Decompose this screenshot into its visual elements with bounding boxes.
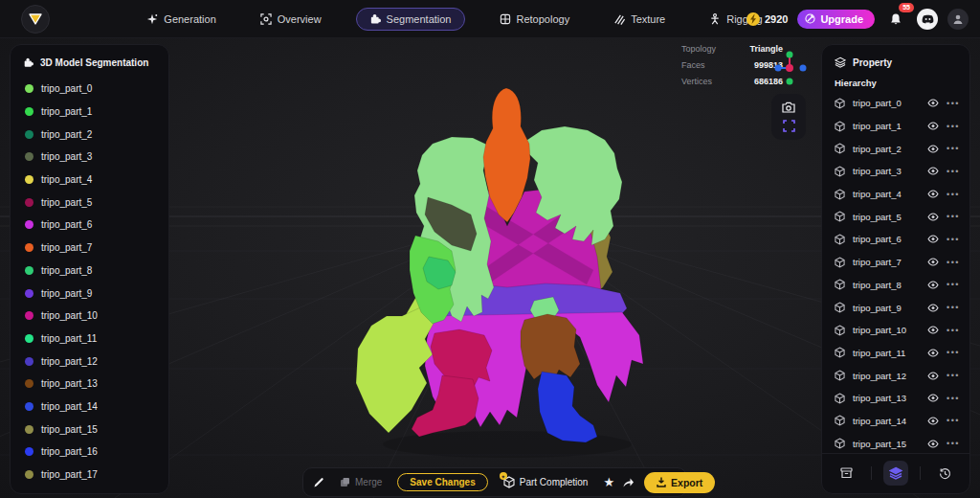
segment-part-item[interactable]: tripo_part_1 bbox=[11, 101, 168, 124]
segment-part-item[interactable]: tripo_part_6 bbox=[11, 214, 168, 237]
nav-generation[interactable]: Generation bbox=[137, 9, 225, 30]
gizmo-axis-x-neg[interactable] bbox=[775, 65, 782, 72]
visibility-eye-icon[interactable] bbox=[927, 235, 939, 243]
hierarchy-item[interactable]: tripo_part_8 ••• bbox=[822, 274, 969, 297]
save-changes-button[interactable]: Save Changes bbox=[397, 473, 487, 491]
hierarchy-item[interactable]: tripo_part_6 ••• bbox=[822, 228, 969, 251]
segment-part-item[interactable]: tripo_part_2 bbox=[11, 123, 168, 146]
hierarchy-item[interactable]: tripo_part_9 ••• bbox=[822, 296, 969, 319]
item-menu-button[interactable]: ••• bbox=[947, 167, 960, 176]
item-menu-button[interactable]: ••• bbox=[947, 212, 960, 221]
item-menu-button[interactable]: ••• bbox=[947, 303, 960, 312]
item-menu-button[interactable]: ••• bbox=[947, 190, 960, 199]
credits-counter[interactable]: 2920 bbox=[746, 12, 788, 26]
nav-segmentation[interactable]: Segmentation bbox=[356, 8, 465, 31]
visibility-eye-icon[interactable] bbox=[927, 190, 939, 198]
favorite-star-button[interactable]: ★ bbox=[603, 476, 614, 488]
item-menu-button[interactable]: ••• bbox=[947, 99, 960, 108]
gizmo-axis-y-pos[interactable] bbox=[787, 52, 793, 58]
hierarchy-item[interactable]: tripo_part_12 ••• bbox=[822, 364, 969, 387]
segment-part-item[interactable]: tripo_part_3 bbox=[11, 146, 168, 169]
visibility-eye-icon[interactable] bbox=[927, 281, 939, 289]
history-button[interactable] bbox=[933, 461, 958, 486]
gizmo-axis-x-pos[interactable] bbox=[800, 65, 807, 72]
visibility-eye-icon[interactable] bbox=[927, 304, 939, 312]
visibility-eye-icon[interactable] bbox=[927, 417, 939, 425]
hierarchy-item[interactable]: tripo_part_10 ••• bbox=[822, 319, 969, 342]
hierarchy-item[interactable]: tripo_part_1 ••• bbox=[822, 115, 969, 138]
discord-button[interactable] bbox=[917, 9, 938, 30]
avatar[interactable] bbox=[947, 9, 969, 30]
item-menu-button[interactable]: ••• bbox=[947, 235, 960, 244]
segment-part-item[interactable]: tripo_part_4 bbox=[11, 169, 168, 192]
visibility-eye-icon[interactable] bbox=[927, 394, 939, 402]
model-part-boot-right[interactable] bbox=[538, 372, 597, 442]
hierarchy-item[interactable]: tripo_part_14 ••• bbox=[822, 410, 969, 433]
item-menu-button[interactable]: ••• bbox=[947, 122, 960, 131]
item-menu-button[interactable]: ••• bbox=[947, 416, 960, 425]
item-menu-button[interactable]: ••• bbox=[947, 371, 960, 380]
edit-brush-button[interactable] bbox=[313, 477, 324, 488]
nav-retopology[interactable]: Retopology bbox=[490, 9, 580, 30]
segment-part-item[interactable]: tripo_part_15 bbox=[11, 418, 168, 441]
segment-part-item[interactable]: tripo_part_10 bbox=[11, 305, 168, 328]
assets-archive-button[interactable] bbox=[834, 461, 858, 486]
hierarchy-item[interactable]: tripo_part_5 ••• bbox=[822, 205, 969, 228]
part-completion-button[interactable]: ✦ Part Completion bbox=[503, 476, 589, 488]
hierarchy-item[interactable]: tripo_part_7 ••• bbox=[822, 251, 969, 274]
focus-selection-icon[interactable] bbox=[783, 120, 795, 132]
segment-part-item[interactable]: tripo_part_8 bbox=[11, 260, 168, 283]
item-menu-button[interactable]: ••• bbox=[947, 439, 960, 448]
item-menu-button[interactable]: ••• bbox=[947, 326, 960, 335]
segment-part-item[interactable]: tripo_part_14 bbox=[11, 396, 168, 419]
segment-part-item[interactable]: tripo_part_11 bbox=[11, 328, 168, 351]
segment-part-item[interactable]: tripo_part_7 bbox=[11, 237, 168, 260]
app-logo[interactable] bbox=[21, 5, 50, 34]
visibility-eye-icon[interactable] bbox=[927, 122, 939, 130]
hierarchy-item[interactable]: tripo_part_0 ••• bbox=[822, 92, 969, 115]
segment-part-item[interactable]: tripo_part_17 bbox=[11, 464, 168, 487]
export-button[interactable]: Export bbox=[644, 472, 715, 493]
nav-overview[interactable]: Overview bbox=[251, 9, 331, 30]
visibility-eye-icon[interactable] bbox=[927, 440, 939, 448]
merge-button[interactable]: Merge bbox=[340, 477, 382, 487]
hierarchy-item[interactable]: tripo_part_15 ••• bbox=[822, 432, 969, 452]
segment-part-item[interactable]: tripo_part_0 bbox=[11, 78, 168, 101]
layers-view-button[interactable] bbox=[883, 461, 908, 486]
hierarchy-item[interactable]: tripo_part_3 ••• bbox=[822, 160, 969, 183]
gizmo-center[interactable] bbox=[786, 64, 793, 72]
item-menu-button[interactable]: ••• bbox=[947, 394, 960, 403]
part-label: tripo_part_12 bbox=[41, 356, 98, 367]
orientation-gizmo[interactable] bbox=[771, 42, 808, 88]
visibility-eye-icon[interactable] bbox=[927, 99, 939, 107]
share-button[interactable] bbox=[622, 477, 635, 487]
notifications-button[interactable]: 55 bbox=[884, 8, 907, 31]
hierarchy-item[interactable]: tripo_part_2 ••• bbox=[822, 137, 969, 160]
model-part-axe-head[interactable] bbox=[356, 305, 435, 433]
visibility-eye-icon[interactable] bbox=[927, 258, 939, 266]
visibility-eye-icon[interactable] bbox=[927, 349, 939, 357]
part-color-dot bbox=[25, 152, 33, 161]
nav-texture[interactable]: Texture bbox=[604, 9, 675, 30]
item-menu-button[interactable]: ••• bbox=[947, 280, 960, 289]
gizmo-axis-y-neg[interactable] bbox=[787, 79, 793, 85]
segment-part-item[interactable]: tripo_part_12 bbox=[11, 350, 168, 373]
segment-part-item[interactable]: tripo_part_9 bbox=[11, 282, 168, 305]
segment-part-item[interactable]: tripo_part_13 bbox=[11, 373, 168, 396]
screenshot-camera-icon[interactable] bbox=[782, 102, 795, 113]
visibility-eye-icon[interactable] bbox=[927, 372, 939, 380]
segment-part-item[interactable]: tripo_part_5 bbox=[11, 191, 168, 214]
visibility-eye-icon[interactable] bbox=[927, 326, 939, 334]
visibility-eye-icon[interactable] bbox=[927, 145, 939, 153]
item-menu-button[interactable]: ••• bbox=[947, 144, 960, 153]
item-menu-button[interactable]: ••• bbox=[947, 348, 960, 357]
hierarchy-item[interactable]: tripo_part_13 ••• bbox=[822, 387, 969, 410]
upgrade-button[interactable]: Upgrade bbox=[797, 10, 875, 29]
segment-part-item[interactable]: tripo_part_16 bbox=[11, 441, 168, 464]
item-menu-button[interactable]: ••• bbox=[947, 258, 960, 267]
visibility-eye-icon[interactable] bbox=[927, 213, 939, 221]
hierarchy-item[interactable]: tripo_part_4 ••• bbox=[822, 183, 969, 206]
visibility-eye-icon[interactable] bbox=[927, 167, 939, 175]
model-part-fur-right[interactable] bbox=[521, 314, 580, 381]
hierarchy-item[interactable]: tripo_part_11 ••• bbox=[822, 342, 969, 365]
